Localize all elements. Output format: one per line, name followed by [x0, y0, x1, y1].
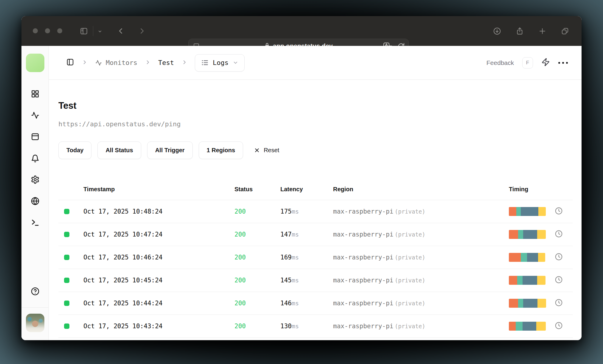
help-icon	[31, 287, 40, 296]
column-header-region: Region	[333, 186, 353, 193]
timing-segment-1	[516, 322, 523, 331]
sidebar-item-cli[interactable]	[31, 218, 40, 227]
view-selector-logs[interactable]: Logs	[195, 54, 245, 71]
column-header-latency: Latency	[280, 186, 303, 193]
filter-trigger-button[interactable]: All Trigger	[147, 141, 193, 159]
traffic-lights	[33, 28, 62, 33]
row-latency-value: 147	[280, 231, 292, 238]
sidebar-item-monitors[interactable]	[31, 111, 40, 120]
back-icon[interactable]	[117, 27, 125, 35]
row-region: max-raspberry-pi	[333, 323, 393, 330]
timing-segment-3	[538, 207, 546, 216]
timing-bar	[509, 207, 546, 216]
filter-regions-button[interactable]: 1 Regions	[199, 141, 243, 159]
new-tab-icon[interactable]	[538, 27, 546, 36]
timing-segment-0	[509, 322, 516, 331]
sidebar-item-settings[interactable]	[31, 175, 40, 184]
log-row[interactable]: Oct 17, 2025 10:47:24 200 147ms max-rasp…	[58, 223, 573, 246]
sidebar-toggle-icon[interactable]	[80, 27, 88, 35]
row-region-note: (private)	[395, 231, 425, 238]
globe-icon	[31, 197, 40, 206]
row-latency-unit: ms	[292, 323, 299, 330]
row-status: 200	[234, 277, 246, 284]
share-icon[interactable]	[516, 27, 524, 36]
timing-bar	[509, 276, 546, 285]
row-region-note: (private)	[395, 323, 425, 329]
minimize-button[interactable]	[45, 28, 50, 33]
close-button[interactable]	[33, 28, 38, 33]
sidebar-item-help[interactable]	[31, 287, 40, 296]
tab-overview-icon[interactable]	[561, 27, 569, 36]
sidebar-item-regions[interactable]	[31, 197, 40, 206]
row-status: 200	[234, 254, 246, 261]
row-latency-value: 169	[280, 254, 292, 261]
filter-bar: Today All Status All Trigger 1 Regions R…	[58, 141, 279, 159]
forward-icon[interactable]	[138, 27, 146, 35]
filter-status-button[interactable]: All Status	[97, 141, 141, 159]
timing-segment-3	[538, 253, 545, 262]
breadcrumb-monitors[interactable]: Monitors	[95, 59, 137, 66]
timing-bar	[509, 322, 546, 331]
downloads-icon[interactable]	[493, 27, 501, 36]
timing-segment-2	[527, 253, 538, 262]
sidebar-divider	[21, 307, 49, 308]
log-row[interactable]: Oct 17, 2025 10:48:24 200 175ms max-rasp…	[58, 200, 573, 223]
workspace-avatar[interactable]	[26, 54, 44, 72]
view-label: Logs	[213, 59, 229, 66]
log-row[interactable]: Oct 17, 2025 10:44:24 200 146ms max-rasp…	[58, 292, 573, 315]
sidebar-item-status-pages[interactable]	[31, 132, 40, 141]
log-row[interactable]: Oct 17, 2025 10:43:24 200 130ms max-rasp…	[58, 315, 573, 338]
row-latency-value: 146	[280, 300, 292, 307]
sidebar-item-notifications[interactable]	[31, 154, 40, 163]
timing-segment-2	[521, 207, 538, 216]
row-latency-value: 175	[280, 208, 292, 215]
breadcrumb-monitor-name[interactable]: Test	[158, 59, 174, 66]
row-latency-unit: ms	[292, 254, 299, 261]
log-row[interactable]: Oct 17, 2025 10:46:24 200 169ms max-rasp…	[58, 246, 573, 269]
row-region: max-raspberry-pi	[333, 300, 393, 307]
clock-icon	[555, 230, 563, 239]
app-sidebar	[21, 46, 49, 340]
timing-bar	[509, 230, 546, 239]
log-table-body: Oct 17, 2025 10:48:24 200 175ms max-rasp…	[58, 200, 573, 338]
feedback-button[interactable]: Feedback	[487, 59, 514, 66]
column-header-timing: Timing	[509, 186, 528, 193]
timing-segment-2	[523, 230, 537, 239]
more-menu-button[interactable]	[558, 62, 568, 64]
filter-period-button[interactable]: Today	[58, 141, 91, 159]
timing-segment-2	[523, 276, 537, 285]
clock-icon	[555, 253, 563, 262]
row-latency-unit: ms	[292, 277, 299, 284]
status-dot	[64, 209, 69, 214]
timing-segment-0	[509, 230, 518, 239]
log-row[interactable]: Oct 17, 2025 10:45:24 200 145ms max-rasp…	[58, 269, 573, 292]
user-avatar[interactable]	[26, 314, 44, 332]
reset-filters-button[interactable]: Reset	[254, 147, 279, 154]
clock-icon	[555, 276, 563, 285]
activity-icon	[31, 111, 40, 120]
timing-segment-0	[509, 299, 518, 308]
timing-segment-3	[537, 299, 546, 308]
feedback-shortcut-badge: F	[522, 57, 533, 69]
command-zap-icon[interactable]	[541, 58, 550, 68]
chevron-down-icon[interactable]	[98, 29, 102, 34]
logs-table-header: Timestamp Status Latency Region Timing	[58, 182, 573, 200]
panel-toggle-icon[interactable]	[66, 58, 74, 67]
zoom-button[interactable]	[57, 28, 62, 33]
browser-toolbar: app.openstatus.dev	[21, 16, 582, 46]
activity-icon	[95, 59, 102, 66]
row-region: max-raspberry-pi	[333, 277, 393, 284]
row-region-note: (private)	[395, 208, 425, 215]
row-timestamp: Oct 17, 2025 10:45:24	[83, 277, 163, 284]
timing-segment-3	[537, 276, 546, 285]
row-latency-unit: ms	[292, 208, 299, 215]
timing-bar	[509, 253, 545, 262]
row-status: 200	[234, 323, 246, 330]
dashboard-grid-icon	[31, 89, 40, 98]
clock-icon	[555, 322, 563, 331]
breadcrumb-separator-icon	[182, 60, 187, 66]
timing-segment-1	[518, 230, 523, 239]
row-latency-value: 130	[280, 323, 292, 330]
sidebar-item-dashboard[interactable]	[31, 89, 40, 98]
status-dot	[64, 255, 69, 260]
